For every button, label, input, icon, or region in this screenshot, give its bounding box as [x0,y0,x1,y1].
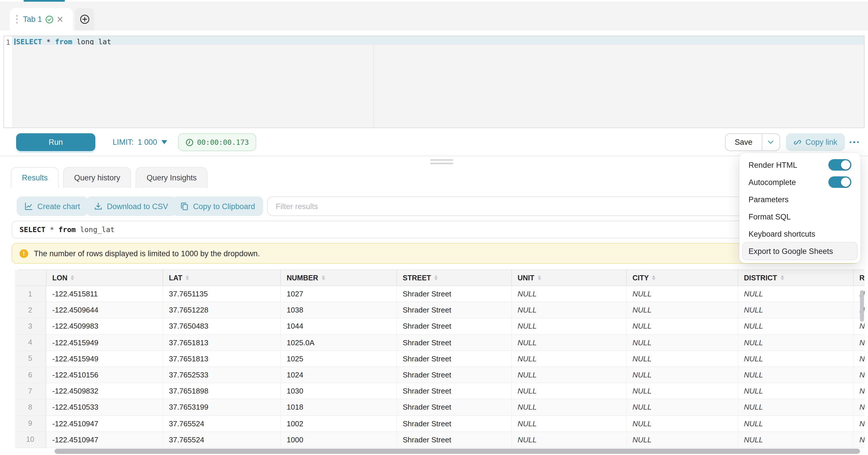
table-cell[interactable]: 1002 [280,416,396,431]
column-header-unit[interactable]: UNIT [511,270,626,285]
table-cell[interactable]: 1030 [280,383,396,399]
table-cell[interactable]: NULL [738,302,853,318]
results-tab-results[interactable]: Results [11,167,59,188]
table-cell[interactable]: NULL [853,416,865,431]
table-cell[interactable]: NULL [511,383,626,399]
table-row[interactable]: 1-122.451581137.76511351027Shrader Stree… [15,286,865,302]
sort-icon[interactable] [435,275,438,280]
table-cell[interactable]: NULL [626,400,738,415]
sort-icon[interactable] [538,275,541,280]
table-cell[interactable]: 1025.0A [280,335,396,350]
close-tab-icon[interactable] [57,16,63,22]
table-cell[interactable]: 37.765524 [162,416,280,431]
table-cell[interactable]: NULL [738,367,853,383]
table-cell[interactable]: NULL [511,286,626,302]
menu-item-keyboard-shortcuts[interactable]: Keyboard shortcuts [743,225,857,242]
sort-icon[interactable] [322,275,325,280]
table-cell[interactable]: Shrader Street [396,367,511,383]
run-button[interactable]: Run [16,133,95,151]
table-cell[interactable]: NULL [853,367,865,383]
save-options-button[interactable] [762,134,779,151]
table-cell[interactable]: NULL [738,335,853,350]
table-cell[interactable]: NULL [738,400,853,415]
table-cell[interactable]: 37.7651898 [162,383,280,399]
table-cell[interactable]: 37.765524 [162,432,280,447]
table-cell[interactable]: -122.4509983 [46,318,162,334]
table-cell[interactable]: -122.4515949 [46,335,162,350]
table-cell[interactable]: NULL [853,400,865,415]
table-row[interactable]: 2-122.450964437.76512281038Shrader Stree… [15,302,865,318]
table-cell[interactable]: Shrader Street [396,286,511,302]
vertical-scrollbar-thumb[interactable] [860,290,864,322]
column-header-number[interactable]: NUMBER [280,270,396,285]
table-cell[interactable]: NULL [511,335,626,350]
table-cell[interactable]: -122.4515811 [46,286,162,302]
table-row[interactable]: 6-122.451015637.76525331024Shrader Stree… [15,367,865,383]
table-cell[interactable]: NULL [738,286,853,302]
table-cell[interactable]: NULL [738,318,853,334]
table-cell[interactable]: NULL [738,432,853,447]
table-cell[interactable]: NULL [511,400,626,415]
table-cell[interactable]: 1018 [280,400,396,415]
horizontal-scrollbar-thumb[interactable] [55,449,860,454]
table-cell[interactable]: NULL [738,416,853,431]
menu-item-render-html[interactable]: Render HTML [743,156,857,174]
table-cell[interactable]: Shrader Street [396,400,511,415]
table-row[interactable]: 9-122.451094737.7655241002Shrader Street… [15,416,865,432]
results-tab-query-insights[interactable]: Query Insights [136,167,208,188]
table-cell[interactable]: Shrader Street [396,302,511,318]
table-row[interactable]: 8-122.451053337.76531991018Shrader Stree… [15,400,865,416]
table-cell[interactable]: 37.7651135 [162,286,280,302]
limit-dropdown[interactable]: LIMIT: 1 000 [113,133,167,151]
table-cell[interactable]: Shrader Street [396,383,511,399]
more-options-button[interactable] [844,133,864,151]
panel-resize-handle[interactable] [430,159,453,164]
table-cell[interactable]: 1000 [280,432,396,447]
copy-link-button[interactable]: Copy link [786,133,845,151]
table-cell[interactable]: NULL [738,351,853,367]
copy-to-clipboard-button[interactable]: Copy to Clipboard [172,196,263,216]
table-cell[interactable]: NULL [853,383,865,399]
create-chart-button[interactable]: Create chart [17,196,88,216]
toggle-switch-on[interactable] [828,159,851,171]
menu-item-parameters[interactable]: Parameters [743,191,857,208]
table-cell[interactable]: -122.4510947 [46,432,162,447]
table-cell[interactable]: Shrader Street [396,335,511,350]
column-header-city[interactable]: CITY [626,270,738,285]
table-cell[interactable]: NULL [626,302,738,318]
table-cell[interactable]: NULL [738,383,853,399]
editor-empty-area[interactable] [12,45,864,127]
table-cell[interactable]: -122.4510156 [46,367,162,383]
table-cell[interactable]: NULL [853,351,865,367]
sort-icon[interactable] [71,275,74,280]
table-cell[interactable]: 37.7651813 [162,351,280,367]
table-cell[interactable]: Shrader Street [396,351,511,367]
toggle-switch-on[interactable] [828,176,851,188]
menu-item-autocomplete[interactable]: Autocomplete [743,174,857,191]
menu-item-format-sql[interactable]: Format SQL [743,208,857,225]
table-cell[interactable]: -122.4510533 [46,400,162,415]
column-header-re[interactable]: RE [853,270,865,285]
table-cell[interactable]: Shrader Street [396,416,511,431]
table-cell[interactable]: NULL [626,335,738,350]
table-cell[interactable]: 37.7652533 [162,367,280,383]
download-csv-button[interactable]: Download to CSV [86,196,176,216]
table-cell[interactable]: 37.7653199 [162,400,280,415]
column-header-street[interactable]: STREET [396,270,511,285]
table-cell[interactable]: NULL [511,416,626,431]
table-row[interactable]: 4-122.451594937.76518131025.0AShrader St… [15,335,865,351]
table-cell[interactable]: 37.7651813 [162,335,280,350]
sort-icon[interactable] [652,275,656,280]
table-row[interactable]: 10-122.451094737.7655241000Shrader Stree… [15,432,865,448]
results-tab-query-history[interactable]: Query history [63,167,131,188]
table-cell[interactable]: NULL [626,416,738,431]
table-cell[interactable]: NULL [511,318,626,334]
menu-item-export-to-google-sheets[interactable]: Export to Google Sheets [743,242,857,260]
table-cell[interactable]: 1027 [280,286,396,302]
table-cell[interactable]: NULL [626,351,738,367]
column-header-lon[interactable]: LON [46,270,162,285]
table-cell[interactable]: NULL [626,432,738,447]
add-tab-button[interactable] [75,8,94,30]
table-cell[interactable]: NULL [511,351,626,367]
column-header-lat[interactable]: LAT [162,270,280,285]
